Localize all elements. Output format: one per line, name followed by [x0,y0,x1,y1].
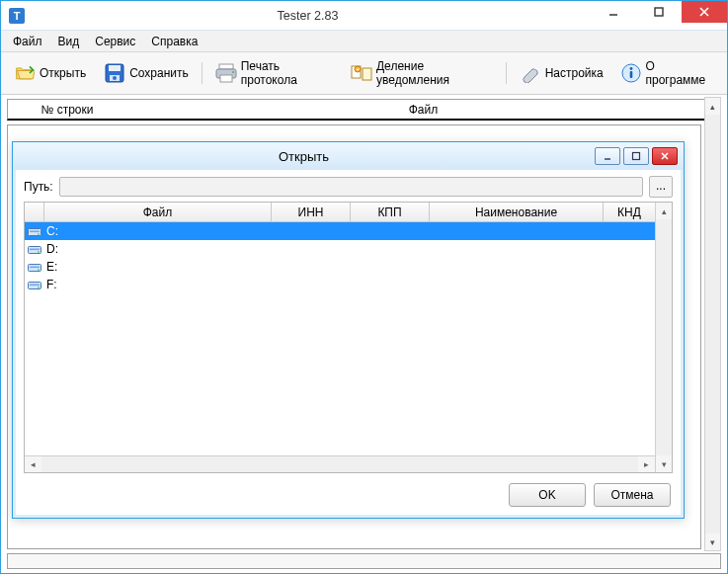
scroll-up-icon[interactable]: ▴ [656,203,672,219]
th-knd[interactable]: КНД [604,203,655,221]
app-icon: T [9,8,25,24]
table-row[interactable]: C: [25,222,655,240]
toolbar-open-label: Открыть [40,66,86,80]
dialog-title: Открыть [13,149,595,164]
toolbar-settings-label: Настройка [545,66,604,80]
dialog-titlebar: Открыть [13,142,684,170]
toolbar-save-label: Сохранить [129,66,189,80]
dialog-minimize-button[interactable] [595,147,620,165]
svg-point-17 [630,67,633,70]
table-header: Файл ИНН КПП Наименование КНД [25,203,655,222]
th-name[interactable]: Наименование [430,203,604,221]
svg-rect-1 [655,8,663,16]
cancel-button[interactable]: Отмена [594,483,671,507]
svg-point-7 [113,76,117,80]
drive-icon [25,262,44,273]
toolbar-save-button[interactable]: Сохранить [97,59,196,87]
dialog-body: Путь: ... Файл ИНН КПП Наименование [13,170,684,518]
save-icon [104,62,125,84]
ok-button[interactable]: OK [509,483,586,507]
path-label: Путь: [24,180,53,194]
menu-file[interactable]: Файл [5,33,50,50]
client-area: № строки Файл ▴ ▾ Открыть [1,95,727,553]
scroll-down-icon[interactable]: ▾ [705,533,720,550]
close-button[interactable] [682,1,727,23]
toolbar: Открыть Сохранить Печать протокола Делен… [1,52,727,95]
svg-point-34 [38,287,40,288]
scroll-track[interactable] [705,115,720,533]
svg-point-28 [38,251,40,253]
maximize-button[interactable] [636,1,682,23]
dialog-footer: OK Отмена [16,473,681,515]
cell-file: D: [44,240,272,258]
toolbar-separator [506,62,507,84]
folder-open-icon [14,62,36,84]
toolbar-print-button[interactable]: Печать протокола [208,56,340,90]
main-window: T Tester 2.83 Файл Вид Сервис Справка От… [0,0,728,574]
table-horizontal-scrollbar[interactable]: ◂ ▸ [25,455,655,472]
wrench-icon [520,62,541,84]
drive-icon [25,244,44,255]
th-file[interactable]: Файл [44,203,272,221]
th-icon [25,203,44,221]
toolbar-split-label: Деление уведомления [376,59,493,87]
toolbar-separator [202,62,202,84]
dialog-close-button[interactable] [652,147,678,165]
dialog-window-controls [595,147,678,165]
open-dialog: Открыть Путь: [12,141,685,519]
toolbar-about-button[interactable]: О программе [614,56,721,90]
table-row[interactable]: F: [25,276,655,293]
svg-rect-24 [30,230,40,232]
grid-col-file: Файл [126,103,720,117]
th-inn[interactable]: ИНН [272,203,351,221]
drive-icon [25,226,44,237]
main-vertical-scrollbar[interactable]: ▴ ▾ [704,97,721,551]
svg-rect-8 [219,64,233,69]
table-vertical-scrollbar[interactable]: ▴ ▾ [655,203,672,472]
statusbar [7,553,721,569]
toolbar-open-button[interactable]: Открыть [7,59,93,87]
dialog-maximize-button[interactable] [623,147,649,165]
split-document-icon [351,62,372,84]
grid-col-num: № строки [8,103,126,117]
vscroll-track[interactable] [656,219,672,455]
scroll-up-icon[interactable]: ▴ [705,98,720,115]
svg-rect-10 [220,75,232,82]
mdi-area: Открыть Путь: [7,124,701,549]
browse-button[interactable]: ... [649,176,673,198]
file-table: Файл ИНН КПП Наименование КНД C:D:E:F: ◂… [24,202,673,473]
svg-rect-13 [363,68,371,80]
window-controls [591,1,727,30]
svg-rect-33 [30,284,40,286]
svg-point-25 [38,233,40,235]
table-row[interactable]: D: [25,240,655,258]
svg-point-31 [38,269,40,271]
menu-help[interactable]: Справка [143,33,205,50]
svg-point-11 [232,71,234,73]
toolbar-settings-button[interactable]: Настройка [513,59,610,87]
th-kpp[interactable]: КПП [351,203,430,221]
table-body: C:D:E:F: [25,222,655,455]
scroll-down-icon[interactable]: ▾ [656,455,672,472]
toolbar-split-button[interactable]: Деление уведомления [344,56,500,90]
path-input[interactable] [59,177,643,197]
drive-icon [25,280,44,290]
svg-point-14 [355,66,361,72]
scroll-right-icon[interactable]: ▸ [638,456,655,472]
printer-icon [215,62,237,84]
svg-rect-5 [109,65,121,71]
svg-rect-18 [630,71,633,78]
menu-service[interactable]: Сервис [87,33,143,50]
cell-file: C: [44,222,272,240]
cell-file: F: [44,276,272,293]
titlebar: T Tester 2.83 [1,1,727,31]
scroll-left-icon[interactable]: ◂ [25,456,41,472]
table-row[interactable]: E: [25,258,655,276]
info-icon [621,62,642,84]
toolbar-about-label: О программе [646,59,714,87]
minimize-button[interactable] [591,1,636,23]
svg-rect-30 [30,266,40,268]
path-row: Путь: ... [16,170,681,202]
menu-view[interactable]: Вид [50,33,88,50]
svg-rect-27 [30,248,40,250]
